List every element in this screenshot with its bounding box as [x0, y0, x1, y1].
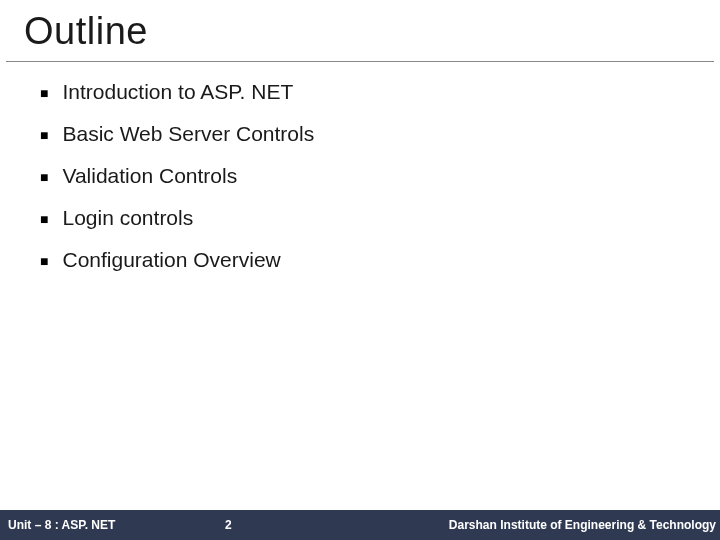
bullet-icon: ■: [40, 170, 48, 184]
footer-page-number: 2: [225, 518, 232, 532]
bullet-icon: ■: [40, 86, 48, 100]
bullet-icon: ■: [40, 128, 48, 142]
list-item: ■ Basic Web Server Controls: [40, 122, 720, 146]
outline-list: ■ Introduction to ASP. NET ■ Basic Web S…: [0, 62, 720, 272]
list-item: ■ Introduction to ASP. NET: [40, 80, 720, 104]
list-item-label: Validation Controls: [62, 164, 237, 188]
slide: Outline ■ Introduction to ASP. NET ■ Bas…: [0, 0, 720, 540]
list-item: ■ Validation Controls: [40, 164, 720, 188]
bullet-icon: ■: [40, 212, 48, 226]
list-item-label: Introduction to ASP. NET: [62, 80, 293, 104]
list-item-label: Login controls: [62, 206, 193, 230]
slide-footer: Unit – 8 : ASP. NET 2 Darshan Institute …: [0, 510, 720, 540]
list-item: ■ Login controls: [40, 206, 720, 230]
footer-unit: Unit – 8 : ASP. NET: [0, 518, 115, 532]
list-item: ■ Configuration Overview: [40, 248, 720, 272]
footer-institute: Darshan Institute of Engineering & Techn…: [449, 518, 720, 532]
slide-title: Outline: [6, 0, 714, 62]
bullet-icon: ■: [40, 254, 48, 268]
list-item-label: Basic Web Server Controls: [62, 122, 314, 146]
list-item-label: Configuration Overview: [62, 248, 280, 272]
